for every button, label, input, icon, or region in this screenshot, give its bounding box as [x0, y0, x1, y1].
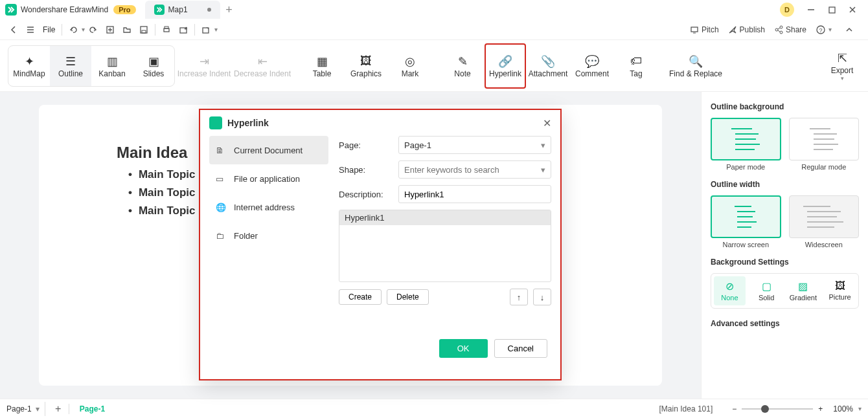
app-icon: ▭ — [216, 174, 227, 184]
mindmap-icon: ✦ — [25, 54, 34, 69]
move-down-button[interactable]: ↓ — [533, 289, 551, 305]
file-menu[interactable]: File — [39, 25, 59, 34]
share-button[interactable]: Share — [774, 25, 806, 34]
save-button[interactable] — [135, 21, 152, 38]
nav-folder[interactable]: 🗀Folder — [209, 221, 328, 250]
svg-point-11 — [780, 26, 782, 28]
indent-out-icon: ⇤ — [258, 54, 268, 69]
hyperlink-dialog: Hyperlink ✕ 🗎Current Document ▭File or a… — [199, 109, 562, 380]
note-button[interactable]: ✎Note — [440, 46, 485, 86]
new-tab-button[interactable]: + — [220, 3, 238, 17]
menu-icon[interactable] — [22, 21, 39, 38]
svg-rect-5 — [164, 28, 169, 32]
pro-badge: Pro — [113, 5, 135, 14]
table-button[interactable]: ▦Table — [300, 46, 344, 86]
dialog-close-button[interactable]: ✕ — [543, 117, 551, 129]
hyperlink-list[interactable]: Hyperlink1 — [339, 210, 551, 282]
bg-none-option[interactable]: ⊘None — [714, 276, 746, 305]
slides-icon: ▣ — [148, 54, 159, 69]
globe-icon: 🌐 — [216, 203, 227, 212]
bg-solid-option[interactable]: ▢Solid — [751, 276, 782, 305]
back-button[interactable] — [5, 21, 22, 38]
bg-picture-option[interactable]: 🖼Picture — [824, 276, 856, 305]
document-tab[interactable]: Map1 — [145, 1, 220, 19]
maximize-button[interactable] — [821, 1, 842, 19]
create-button[interactable]: Create — [339, 289, 382, 305]
nav-file-application[interactable]: ▭File or application — [209, 164, 328, 193]
mark-button[interactable]: ◎Mark — [388, 46, 432, 86]
hyperlink-button[interactable]: 🔗Hyperlink — [487, 46, 523, 86]
dialog-title: Hyperlink — [227, 118, 269, 128]
zoom-slider[interactable] — [742, 408, 813, 410]
publish-button[interactable]: Publish — [728, 25, 765, 34]
add-page-button[interactable]: + — [51, 403, 66, 415]
increase-indent-button[interactable]: ⇥Increase Indent — [175, 46, 233, 86]
find-replace-button[interactable]: 🔍Find & Replace — [667, 46, 725, 86]
widescreen-option[interactable]: Widescreen — [789, 195, 860, 248]
delete-button[interactable]: Delete — [387, 289, 429, 305]
shape-input[interactable]: ▾ — [398, 160, 551, 179]
regular-mode-option[interactable]: Regular mode — [789, 118, 860, 171]
kanban-icon: ▥ — [107, 54, 118, 69]
tag-icon: 🏷 — [630, 54, 642, 69]
svg-point-12 — [780, 31, 782, 34]
open-button[interactable] — [119, 21, 135, 38]
link-icon: 🔗 — [498, 54, 512, 69]
hyperlink-list-item[interactable]: Hyperlink1 — [339, 210, 551, 225]
svg-rect-6 — [165, 27, 168, 28]
outline-width-title: Outline width — [711, 180, 859, 189]
print-button[interactable] — [158, 21, 175, 38]
page-select[interactable]: Page-1▾ — [398, 136, 551, 154]
ok-button[interactable]: OK — [439, 339, 488, 358]
narrow-screen-option[interactable]: Narrow screen — [711, 195, 781, 248]
note-icon: ✎ — [458, 54, 468, 69]
zoom-out-button[interactable]: − — [732, 404, 737, 413]
user-avatar[interactable]: D — [780, 3, 794, 17]
view-kanban[interactable]: ▥Kanban — [91, 46, 133, 86]
bg-gradient-option[interactable]: ▨Gradient — [788, 276, 819, 305]
export-icon: ⇱ — [838, 50, 847, 66]
new-button[interactable] — [102, 21, 119, 38]
help-button[interactable]: ?▾ — [816, 25, 832, 35]
paper-mode-option[interactable]: Paper mode — [711, 118, 781, 171]
cancel-button[interactable]: Cancel — [494, 339, 547, 358]
export-button[interactable]: ⇱Export▾ — [820, 46, 864, 86]
page-selector[interactable]: Page-1▾ — [6, 404, 45, 413]
view-slides[interactable]: ▣Slides — [133, 46, 174, 86]
redo-button[interactable] — [85, 21, 102, 38]
move-up-button[interactable]: ↑ — [510, 289, 528, 305]
decrease-indent-button[interactable]: ⇤Decrease Indent — [233, 46, 291, 86]
comment-button[interactable]: 💬Comment — [570, 46, 614, 86]
attachment-button[interactable]: 📎Attachment — [526, 46, 570, 86]
description-label: Description: — [339, 190, 398, 199]
view-outline[interactable]: ☰Outline — [50, 46, 91, 86]
svg-text:?: ? — [819, 27, 822, 34]
zoom-value[interactable]: 100% — [833, 404, 853, 413]
hyperlink-highlight: 🔗Hyperlink — [485, 43, 526, 89]
collapse-panel-button[interactable]: › — [701, 101, 702, 120]
canvas-area[interactable]: Main Idea Main Topic Main Topic Main Top… — [0, 92, 701, 399]
export-icon[interactable] — [175, 21, 192, 38]
zoom-in-button[interactable]: + — [818, 404, 823, 413]
collapse-ribbon-icon[interactable] — [841, 21, 858, 38]
close-window-button[interactable] — [842, 1, 863, 19]
app-name: Wondershare EdrawMind — [21, 5, 108, 14]
picture-icon: 🖼 — [824, 280, 856, 292]
description-input[interactable] — [398, 185, 551, 203]
graphics-button[interactable]: 🖼Graphics — [344, 46, 388, 86]
minimize-button[interactable] — [801, 1, 821, 19]
nav-current-document[interactable]: 🗎Current Document — [209, 136, 328, 164]
undo-button[interactable] — [65, 21, 82, 38]
advanced-settings-title: Advanced settings — [711, 319, 859, 328]
outline-bg-title: Outline background — [711, 102, 859, 111]
side-panel: › Outline background Paper mode Regular … — [701, 92, 868, 399]
tab-label: Map1 — [168, 5, 188, 14]
edit-icon[interactable] — [198, 21, 214, 38]
view-mindmap[interactable]: ✦MindMap — [8, 46, 50, 86]
none-icon: ⊘ — [714, 280, 746, 292]
tab-modified-indicator — [207, 8, 211, 12]
tag-button[interactable]: 🏷Tag — [614, 46, 658, 86]
page-tab[interactable]: Page-1 — [72, 402, 113, 416]
nav-internet-address[interactable]: 🌐Internet address — [209, 193, 328, 221]
pitch-button[interactable]: Pitch — [690, 25, 719, 34]
